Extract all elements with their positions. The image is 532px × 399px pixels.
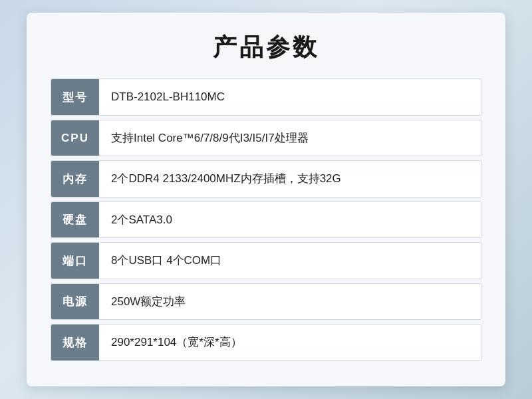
spec-row: 电源250W额定功率 <box>51 283 481 321</box>
spec-value-型号: DTB-2102L-BH110MC <box>99 79 481 115</box>
spec-row: 硬盘2个SATA3.0 <box>51 201 481 239</box>
spec-label-型号: 型号 <box>51 79 99 115</box>
spec-label-硬盘: 硬盘 <box>51 202 99 238</box>
spec-label-规格: 规格 <box>51 325 99 360</box>
spec-row: CPU支持Intel Core™6/7/8/9代I3/I5/I7处理器 <box>51 120 481 157</box>
spec-row: 型号DTB-2102L-BH110MC <box>51 78 481 116</box>
spec-label-内存: 内存 <box>51 161 99 197</box>
product-spec-card: 产品参数 型号DTB-2102L-BH110MCCPU支持Intel Core™… <box>27 13 505 386</box>
spec-value-端口: 8个USB口 4个COM口 <box>99 243 481 279</box>
spec-value-规格: 290*291*104（宽*深*高） <box>99 325 481 360</box>
spec-row: 内存2个DDR4 2133/2400MHZ内存插槽，支持32G <box>51 160 481 198</box>
spec-value-电源: 250W额定功率 <box>99 284 481 320</box>
spec-table: 型号DTB-2102L-BH110MCCPU支持Intel Core™6/7/8… <box>51 78 481 361</box>
spec-row: 端口8个USB口 4个COM口 <box>51 242 481 279</box>
spec-row: 规格290*291*104（宽*深*高） <box>51 324 481 361</box>
spec-value-内存: 2个DDR4 2133/2400MHZ内存插槽，支持32G <box>99 161 481 197</box>
spec-label-电源: 电源 <box>51 284 99 320</box>
spec-label-端口: 端口 <box>51 243 99 279</box>
spec-value-CPU: 支持Intel Core™6/7/8/9代I3/I5/I7处理器 <box>99 120 481 156</box>
page-title: 产品参数 <box>51 31 481 64</box>
spec-label-CPU: CPU <box>51 120 99 156</box>
spec-value-硬盘: 2个SATA3.0 <box>99 202 481 238</box>
